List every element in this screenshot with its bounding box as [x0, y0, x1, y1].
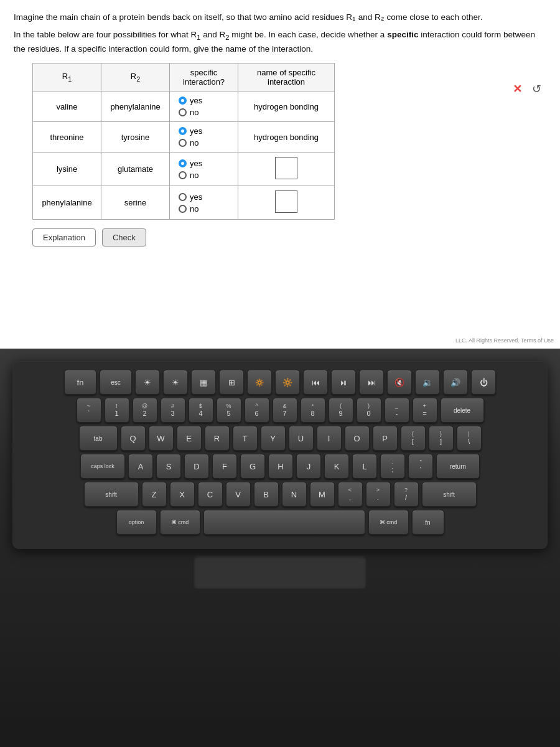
key-power[interactable]: ⏻ — [471, 370, 496, 395]
key-mission-control[interactable]: ▦ — [191, 370, 216, 395]
radio-no-dot-row1[interactable] — [179, 108, 187, 116]
cell-specific-row3[interactable]: yes no — [170, 153, 238, 186]
key-n[interactable]: N — [282, 482, 307, 507]
key-c[interactable]: C — [198, 482, 223, 507]
key-shift-right[interactable]: shift — [422, 482, 477, 507]
key-cmd-right[interactable]: ⌘ cmd — [368, 510, 409, 535]
key-b[interactable]: B — [254, 482, 279, 507]
key-fn[interactable]: fn — [64, 370, 96, 395]
key-5[interactable]: %5 — [217, 398, 241, 423]
radio-group-row2[interactable]: yes no — [179, 126, 229, 148]
cell-specific-row2[interactable]: yes no — [170, 122, 238, 153]
radio-no-dot-row3[interactable] — [179, 171, 187, 179]
key-i[interactable]: I — [317, 426, 342, 451]
key-r[interactable]: R — [205, 426, 230, 451]
interaction-name-input-row4[interactable] — [275, 190, 297, 213]
key-fn-right[interactable]: fn — [412, 510, 444, 535]
key-t[interactable]: T — [233, 426, 258, 451]
key-h[interactable]: H — [268, 454, 293, 479]
key-delete[interactable]: delete — [441, 398, 484, 423]
key-brightness-up[interactable]: ☀ — [163, 370, 188, 395]
key-e[interactable]: E — [177, 426, 202, 451]
radio-yes-row2[interactable]: yes — [179, 126, 202, 136]
key-7[interactable]: &7 — [273, 398, 297, 423]
radio-yes-dot-row1[interactable] — [179, 96, 187, 105]
key-quote[interactable]: "' — [408, 454, 433, 479]
key-6[interactable]: ^6 — [245, 398, 269, 423]
key-a[interactable]: A — [128, 454, 153, 479]
radio-no-dot-row4[interactable] — [179, 205, 187, 213]
key-equals[interactable]: += — [413, 398, 437, 423]
radio-yes-row3[interactable]: yes — [179, 159, 202, 168]
key-o[interactable]: O — [345, 426, 370, 451]
key-volume-down[interactable]: 🔉 — [415, 370, 440, 395]
key-1[interactable]: !1 — [105, 398, 129, 423]
key-caps-lock[interactable]: caps lock — [80, 454, 125, 479]
radio-no-dot-row2[interactable] — [179, 139, 187, 147]
key-keyboard-bright-up[interactable]: 🔆 — [275, 370, 300, 395]
key-play-pause[interactable]: ⏯ — [331, 370, 356, 395]
key-cmd-left[interactable]: ⌘ cmd — [160, 510, 200, 535]
key-x[interactable]: X — [170, 482, 195, 507]
key-minus[interactable]: _- — [385, 398, 409, 423]
key-u[interactable]: U — [289, 426, 314, 451]
cell-name-row3[interactable] — [238, 153, 335, 186]
key-s[interactable]: S — [156, 454, 181, 479]
key-brightness-down[interactable]: ☀ — [135, 370, 160, 395]
key-2[interactable]: @2 — [133, 398, 157, 423]
key-backslash[interactable]: |\ — [457, 426, 482, 451]
key-semicolon[interactable]: :; — [380, 454, 405, 479]
key-tab[interactable]: tab — [79, 426, 118, 451]
interaction-name-input-row3[interactable] — [275, 157, 297, 179]
radio-yes-dot-row2[interactable] — [179, 127, 187, 135]
key-volume-up[interactable]: 🔊 — [443, 370, 468, 395]
radio-no-row1[interactable]: no — [179, 108, 198, 117]
key-3[interactable]: #3 — [161, 398, 185, 423]
key-fast-forward[interactable]: ⏭ — [359, 370, 384, 395]
key-space[interactable] — [203, 510, 365, 535]
key-y[interactable]: Y — [261, 426, 286, 451]
key-period[interactable]: >. — [366, 482, 391, 507]
key-4[interactable]: $4 — [189, 398, 213, 423]
key-bracket-left[interactable]: {[ — [401, 426, 426, 451]
key-w[interactable]: W — [149, 426, 174, 451]
key-l[interactable]: L — [352, 454, 377, 479]
key-shift-left[interactable]: shift — [84, 482, 139, 507]
key-backtick[interactable]: ~` — [77, 398, 101, 423]
key-q[interactable]: Q — [121, 426, 146, 451]
trackpad[interactable] — [193, 555, 367, 590]
radio-no-row3[interactable]: no — [179, 171, 198, 180]
key-v[interactable]: V — [226, 482, 251, 507]
key-bracket-right[interactable]: }] — [429, 426, 454, 451]
cell-specific-row1[interactable]: yes no — [170, 92, 238, 122]
key-rewind[interactable]: ⏮ — [303, 370, 328, 395]
key-k[interactable]: K — [324, 454, 349, 479]
undo-icon[interactable]: ↺ — [532, 82, 541, 96]
radio-yes-dot-row3[interactable] — [179, 159, 187, 167]
check-button[interactable]: Check — [102, 228, 146, 247]
explanation-button[interactable]: Explanation — [32, 228, 96, 247]
key-slash[interactable]: ?/ — [394, 482, 419, 507]
key-launchpad[interactable]: ⊞ — [219, 370, 244, 395]
key-8[interactable]: *8 — [301, 398, 325, 423]
key-d[interactable]: D — [184, 454, 209, 479]
radio-no-row2[interactable]: no — [179, 138, 198, 148]
key-z[interactable]: Z — [142, 482, 167, 507]
radio-group-row4[interactable]: yes no — [179, 192, 229, 214]
key-9[interactable]: (9 — [329, 398, 353, 423]
key-comma[interactable]: <, — [338, 482, 363, 507]
key-return[interactable]: return — [436, 454, 480, 479]
radio-group-row3[interactable]: yes no — [179, 159, 229, 180]
radio-yes-dot-row4[interactable] — [179, 193, 187, 201]
radio-yes-row1[interactable]: yes — [179, 96, 202, 105]
key-m[interactable]: M — [310, 482, 335, 507]
key-f[interactable]: F — [212, 454, 237, 479]
key-p[interactable]: P — [373, 426, 398, 451]
key-option-left[interactable]: option — [116, 510, 157, 535]
radio-no-row4[interactable]: no — [179, 204, 198, 214]
key-0[interactable]: )0 — [357, 398, 381, 423]
cell-specific-row4[interactable]: yes no — [170, 186, 238, 220]
cell-name-row4[interactable] — [238, 186, 335, 220]
key-esc[interactable]: esc — [100, 370, 132, 395]
radio-group-row1[interactable]: yes no — [179, 96, 229, 117]
